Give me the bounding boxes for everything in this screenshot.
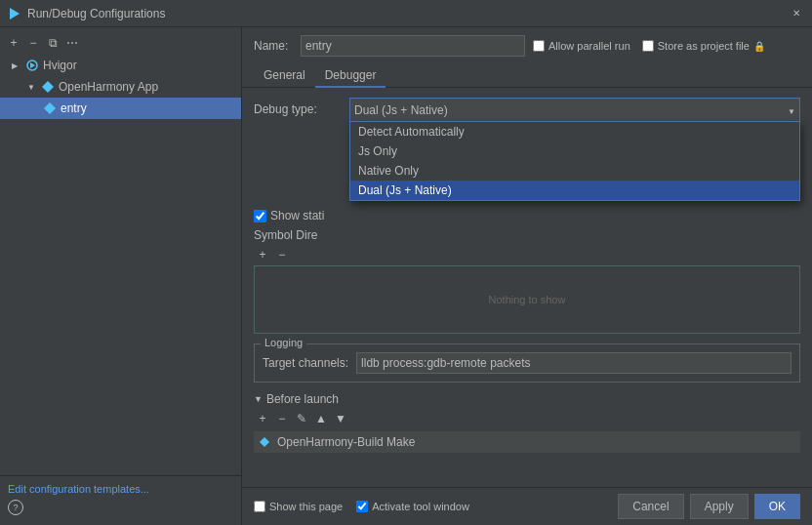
target-channels-label: Target channels: [263,356,348,370]
show-static-row: Show stati [254,209,800,222]
tab-debugger[interactable]: Debugger [315,64,386,88]
tree-label-hvigor: Hvigor [43,59,77,72]
logging-section: Logging Target channels: [254,343,800,383]
launch-item-label: OpenHarmony-Build Make [277,435,415,449]
allow-parallel-label: Allow parallel run [548,40,630,52]
name-input[interactable] [301,35,525,57]
debug-type-dropdown: Detect Automatically Js Only Native Only… [349,121,800,201]
edit-config-templates-link[interactable]: Edit configuration templates... [8,483,149,495]
tree-label-openharmony: OpenHarmony App [59,80,158,94]
store-project-checkbox[interactable] [642,40,654,52]
chevron-down-icon [788,103,795,117]
tree-item-openharmony[interactable]: ▼ OpenHarmony App [0,76,241,98]
name-row: Name: Allow parallel run Store as projec… [242,27,812,64]
hvigor-icon [25,59,39,72]
remove-config-button[interactable]: − [25,35,41,51]
tabs: General Debugger [242,64,812,88]
close-button[interactable]: ✕ [789,6,804,21]
allow-parallel-checkbox[interactable] [533,40,545,52]
symbol-dir-row: Symbol Dire [254,228,800,242]
debug-type-label: Debug type: [254,102,342,116]
debugger-tab-content: Debug type: Dual (Js + Native) Detect Au… [242,88,812,487]
entry-tree-icon [43,101,57,115]
copy-config-button[interactable]: ⧉ [45,35,61,51]
store-project-label: Store as project file [658,40,750,52]
tab-general[interactable]: General [254,64,315,88]
help-button[interactable]: ? [8,500,23,515]
launch-edit-button[interactable]: ✎ [293,410,310,427]
launch-remove-button[interactable]: − [273,410,291,427]
symbol-dir-toolbar: + − [254,246,800,263]
show-static-checkbox[interactable] [254,210,266,222]
run-debug-icon [8,7,21,20]
launch-up-button[interactable]: ▲ [312,410,330,427]
show-page-label: Show this page [269,501,343,512]
tree-arrow-hvigor: ▶ [12,61,21,70]
activate-tool-label: Activate tool window [372,501,469,512]
launch-add-button[interactable]: + [254,410,271,427]
name-label: Name: [254,39,293,53]
checkboxes-area: Allow parallel run Store as project file… [533,40,765,52]
before-launch-collapse[interactable]: ▼ [254,394,263,404]
more-config-button[interactable]: ⋯ [64,35,80,51]
debug-type-select-wrapper: Dual (Js + Native) Detect Automatically … [349,98,800,121]
symbol-dir-label: Symbol Dire [254,228,317,242]
store-project-checkbox-label[interactable]: Store as project file 🔒 [642,40,765,52]
launch-down-button[interactable]: ▼ [332,410,349,427]
logging-legend: Logging [261,337,306,348]
activate-tool-checkbox-label[interactable]: Activate tool window [356,501,469,512]
dropdown-item-native[interactable]: Native Only [350,161,799,181]
sidebar-toolbar: + − ⧉ ⋯ [0,31,241,55]
config-tree: ▶ Hvigor ▼ OpenHarmony App [0,55,241,475]
tree-item-hvigor[interactable]: ▶ Hvigor [0,55,241,76]
tree-label-entry: entry [61,101,87,115]
target-channels-input[interactable] [356,352,792,374]
apply-button[interactable]: Apply [690,494,749,519]
debug-type-select[interactable]: Dual (Js + Native) [349,98,800,121]
launch-toolbar: + − ✎ ▲ ▼ [254,410,800,427]
show-page-row: Show this page Activate tool window [254,501,610,512]
title-bar-controls: ✕ [789,6,804,21]
store-project-icon: 🔒 [753,41,765,52]
launch-item-openharmony[interactable]: OpenHarmony-Build Make [254,431,800,453]
dropdown-item-dual[interactable]: Dual (Js + Native) [350,181,799,200]
symbol-remove-button[interactable]: − [273,246,291,263]
nothing-to-show: Nothing to show [254,265,800,334]
show-page-checkbox-label[interactable]: Show this page [254,501,343,512]
symbol-add-button[interactable]: + [254,246,271,263]
dialog-title: Run/Debug Configurations [27,7,783,20]
add-config-button[interactable]: + [6,35,21,51]
before-launch-label: Before launch [266,392,339,406]
cancel-button[interactable]: Cancel [618,494,683,519]
tree-item-entry[interactable]: entry [0,98,241,119]
show-static-label: Show stati [270,209,324,222]
show-page-checkbox[interactable] [254,501,265,512]
dropdown-item-detect[interactable]: Detect Automatically [350,122,799,141]
svg-marker-2 [30,62,35,68]
ok-button[interactable]: OK [754,494,800,519]
content-area: Name: Allow parallel run Store as projec… [242,27,812,525]
debug-type-field: Debug type: Dual (Js + Native) Detect Au… [254,98,800,121]
openharmony-tree-icon [41,80,55,94]
before-launch-section: ▼ Before launch + − ✎ ▲ ▼ OpenHarmony-Bu… [254,392,800,453]
bottom-bar: Show this page Activate tool window Canc… [242,487,812,525]
target-channels-row: Target channels: [263,352,792,374]
tree-arrow-openharmony: ▼ [27,83,37,92]
launch-item-icon [258,435,271,449]
before-launch-header: ▼ Before launch [254,392,800,406]
dropdown-item-js[interactable]: Js Only [350,141,799,161]
title-bar: Run/Debug Configurations ✕ [0,0,812,27]
svg-marker-0 [10,8,20,20]
sidebar: + − ⧉ ⋯ ▶ Hvigor ▼ [0,27,242,525]
activate-tool-checkbox[interactable] [356,501,368,512]
allow-parallel-checkbox-label[interactable]: Allow parallel run [533,40,630,52]
dialog-buttons: Cancel Apply OK [618,494,800,519]
sidebar-bottom: Edit configuration templates... ? [0,475,241,521]
debug-type-value: Dual (Js + Native) [354,103,448,117]
